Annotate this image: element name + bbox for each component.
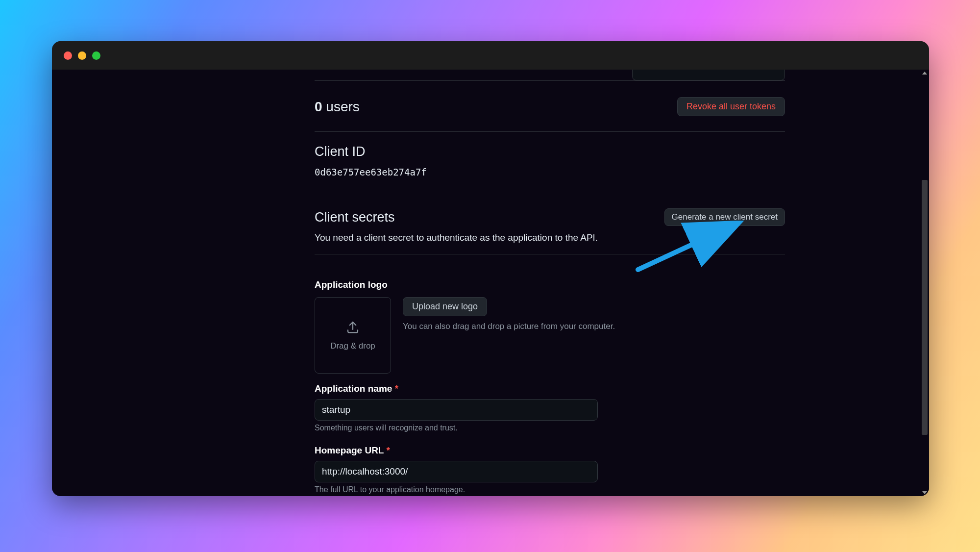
users-label: users bbox=[326, 99, 359, 114]
homepage-url-input[interactable] bbox=[315, 461, 598, 482]
users-row: 0 users Revoke all user tokens bbox=[315, 97, 785, 116]
client-id-label: Client ID bbox=[315, 144, 366, 159]
scroll-thumb[interactable] bbox=[922, 180, 928, 435]
homepage-url-hint: The full URL to your application homepag… bbox=[315, 485, 465, 494]
client-id-value: 0d63e757ee63eb274a7f bbox=[315, 167, 427, 177]
svg-line-2 bbox=[638, 226, 731, 270]
application-name-label: Application name * bbox=[315, 383, 398, 394]
section-divider bbox=[315, 80, 785, 81]
application-logo-label: Application logo bbox=[315, 279, 388, 290]
application-name-input[interactable] bbox=[315, 399, 598, 421]
annotation-arrow-icon bbox=[633, 221, 746, 275]
scrollbar[interactable] bbox=[920, 70, 929, 496]
homepage-url-label: Homepage URL * bbox=[315, 445, 390, 456]
partial-dropdown[interactable] bbox=[632, 70, 785, 80]
section-divider bbox=[315, 254, 785, 254]
logo-drop-zone[interactable]: Drag & drop bbox=[315, 297, 391, 374]
application-name-hint: Something users will recognize and trust… bbox=[315, 424, 458, 432]
upload-logo-button[interactable]: Upload new logo bbox=[403, 297, 487, 316]
client-secrets-hint: You need a client secret to authenticate… bbox=[315, 232, 598, 243]
upload-logo-hint: You can also drag and drop a picture fro… bbox=[403, 322, 615, 331]
upload-icon bbox=[345, 320, 360, 336]
window-close-button[interactable] bbox=[64, 51, 72, 60]
drop-zone-text: Drag & drop bbox=[330, 341, 375, 351]
users-count-label: 0 users bbox=[315, 99, 360, 115]
window-titlebar bbox=[52, 41, 929, 70]
window-minimize-button[interactable] bbox=[78, 51, 86, 60]
required-indicator: * bbox=[386, 445, 390, 455]
window-maximize-button[interactable] bbox=[92, 51, 100, 60]
required-indicator: * bbox=[395, 383, 398, 394]
section-divider bbox=[315, 131, 785, 132]
scroll-down-icon[interactable] bbox=[922, 491, 927, 494]
page-viewport: 0 users Revoke all user tokens Client ID… bbox=[52, 70, 929, 496]
app-window: 0 users Revoke all user tokens Client ID… bbox=[52, 41, 929, 496]
scroll-up-icon[interactable] bbox=[922, 72, 927, 75]
client-secrets-title: Client secrets bbox=[315, 210, 395, 225]
client-secrets-row: Client secrets Generate a new client sec… bbox=[315, 208, 785, 226]
generate-client-secret-button[interactable]: Generate a new client secret bbox=[664, 208, 785, 226]
revoke-tokens-button[interactable]: Revoke all user tokens bbox=[677, 97, 785, 116]
users-count: 0 bbox=[315, 99, 322, 114]
